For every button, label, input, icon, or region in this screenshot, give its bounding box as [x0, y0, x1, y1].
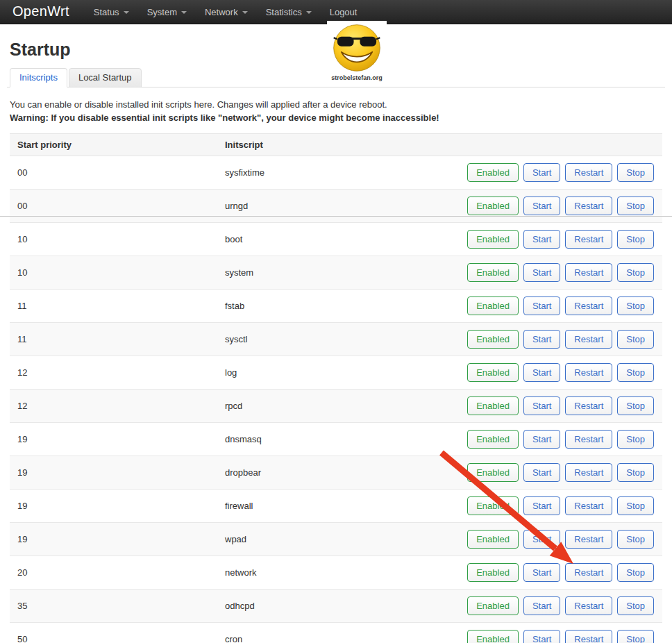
- sysfixtime-stop-button[interactable]: Stop: [617, 163, 654, 182]
- start-priority-value: 00: [10, 201, 225, 211]
- rpcd-enabled-button[interactable]: Enabled: [467, 396, 519, 415]
- sysctl-stop-button[interactable]: Stop: [617, 330, 654, 349]
- rpcd-stop-button[interactable]: Stop: [617, 396, 654, 415]
- dropbear-restart-button[interactable]: Restart: [565, 463, 612, 482]
- table-row-sysctl: 11 sysctl EnabledStartRestartStop: [10, 323, 662, 356]
- urngd-stop-button[interactable]: Stop: [617, 197, 654, 215]
- dropbear-enabled-button[interactable]: Enabled: [467, 463, 519, 482]
- row-actions: EnabledStartRestartStop: [467, 197, 662, 215]
- page-description: You can enable or disable installed init…: [10, 98, 662, 124]
- log-enabled-button[interactable]: Enabled: [467, 363, 519, 382]
- tab-local-startup[interactable]: Local Startup: [69, 68, 142, 87]
- cron-stop-button[interactable]: Stop: [617, 630, 654, 643]
- nav-menu: Status System Network Statistics Logout: [85, 0, 367, 24]
- chevron-down-icon: [242, 11, 248, 14]
- dnsmasq-start-button[interactable]: Start: [523, 430, 560, 449]
- dnsmasq-enabled-button[interactable]: Enabled: [467, 430, 519, 449]
- boot-start-button[interactable]: Start: [523, 230, 560, 249]
- system-stop-button[interactable]: Stop: [617, 263, 654, 282]
- dnsmasq-restart-button[interactable]: Restart: [565, 430, 612, 449]
- watermark-badge: strobelstefan.org: [327, 21, 387, 83]
- firewall-enabled-button[interactable]: Enabled: [467, 496, 519, 515]
- fstab-start-button[interactable]: Start: [523, 297, 560, 315]
- initscript-name: sysctl: [225, 334, 467, 344]
- start-priority-value: 12: [10, 401, 225, 411]
- dnsmasq-stop-button[interactable]: Stop: [617, 430, 654, 449]
- start-priority-value: 19: [10, 534, 225, 544]
- log-stop-button[interactable]: Stop: [617, 363, 654, 382]
- table-row-urngd: 00 urngd EnabledStartRestartStop: [10, 190, 662, 223]
- sysctl-restart-button[interactable]: Restart: [565, 330, 612, 349]
- wpad-enabled-button[interactable]: Enabled: [467, 530, 519, 549]
- start-priority-value: 50: [10, 634, 225, 643]
- initscript-name: dnsmasq: [225, 434, 467, 444]
- odhcpd-stop-button[interactable]: Stop: [617, 596, 654, 615]
- tab-initscripts[interactable]: Initscripts: [10, 68, 67, 87]
- firewall-restart-button[interactable]: Restart: [565, 496, 612, 515]
- sysfixtime-start-button[interactable]: Start: [523, 163, 560, 182]
- cron-enabled-button[interactable]: Enabled: [467, 630, 519, 643]
- row-actions: EnabledStartRestartStop: [467, 563, 662, 582]
- system-start-button[interactable]: Start: [523, 263, 560, 282]
- warning-text: Warning: If you disable essential init s…: [10, 111, 662, 124]
- odhcpd-restart-button[interactable]: Restart: [565, 596, 612, 615]
- initscript-name: log: [225, 367, 467, 378]
- fstab-restart-button[interactable]: Restart: [565, 297, 612, 315]
- boot-enabled-button[interactable]: Enabled: [467, 230, 519, 249]
- start-priority-value: 10: [10, 234, 225, 244]
- nav-item-logout[interactable]: Logout: [321, 0, 367, 24]
- table-row-system: 10 system EnabledStartRestartStop: [10, 256, 662, 290]
- table-row-firewall: 19 firewall EnabledStartRestartStop: [10, 490, 662, 523]
- start-priority-value: 19: [10, 434, 225, 444]
- nav-item-system[interactable]: System: [138, 0, 196, 24]
- nav-item-network[interactable]: Network: [196, 0, 257, 24]
- cron-restart-button[interactable]: Restart: [565, 630, 612, 643]
- network-start-button[interactable]: Start: [523, 563, 560, 582]
- row-actions: EnabledStartRestartStop: [467, 630, 662, 643]
- start-priority-value: 35: [10, 601, 225, 611]
- table-row-sysfixtime: 00 sysfixtime EnabledStartRestartStop: [10, 156, 662, 190]
- network-restart-button[interactable]: Restart: [565, 563, 612, 582]
- nav-item-statistics[interactable]: Statistics: [257, 0, 321, 24]
- system-restart-button[interactable]: Restart: [565, 263, 612, 282]
- log-restart-button[interactable]: Restart: [565, 363, 612, 382]
- dropbear-stop-button[interactable]: Stop: [617, 463, 654, 482]
- system-enabled-button[interactable]: Enabled: [467, 263, 519, 282]
- nav-item-status[interactable]: Status: [85, 0, 138, 24]
- boot-restart-button[interactable]: Restart: [565, 230, 612, 249]
- urngd-enabled-button[interactable]: Enabled: [467, 197, 519, 215]
- openwrt-brand[interactable]: OpenWrt: [0, 3, 85, 21]
- start-priority-value: 20: [10, 567, 225, 578]
- firewall-stop-button[interactable]: Stop: [617, 496, 654, 515]
- boot-stop-button[interactable]: Stop: [617, 230, 654, 249]
- fstab-enabled-button[interactable]: Enabled: [467, 297, 519, 315]
- rpcd-start-button[interactable]: Start: [523, 396, 560, 415]
- firewall-start-button[interactable]: Start: [523, 496, 560, 515]
- sysfixtime-restart-button[interactable]: Restart: [565, 163, 612, 182]
- fstab-stop-button[interactable]: Stop: [617, 297, 654, 315]
- watermark-text: strobelstefan.org: [331, 74, 383, 81]
- wpad-restart-button[interactable]: Restart: [565, 530, 612, 549]
- network-stop-button[interactable]: Stop: [617, 563, 654, 582]
- cron-start-button[interactable]: Start: [523, 630, 560, 643]
- row-actions: EnabledStartRestartStop: [467, 396, 662, 415]
- row-actions: EnabledStartRestartStop: [467, 596, 662, 615]
- sysfixtime-enabled-button[interactable]: Enabled: [467, 163, 519, 182]
- urngd-start-button[interactable]: Start: [523, 197, 560, 215]
- table-row-network: 20 network EnabledStartRestartStop: [10, 556, 662, 590]
- odhcpd-start-button[interactable]: Start: [523, 596, 560, 615]
- log-start-button[interactable]: Start: [523, 363, 560, 382]
- dropbear-start-button[interactable]: Start: [523, 463, 560, 482]
- description-text: You can enable or disable installed init…: [10, 98, 662, 111]
- chevron-down-icon: [306, 11, 312, 14]
- sysctl-start-button[interactable]: Start: [523, 330, 560, 349]
- sysctl-enabled-button[interactable]: Enabled: [467, 330, 519, 349]
- wpad-stop-button[interactable]: Stop: [617, 530, 654, 549]
- wpad-start-button[interactable]: Start: [523, 530, 560, 549]
- network-enabled-button[interactable]: Enabled: [467, 563, 519, 582]
- urngd-restart-button[interactable]: Restart: [565, 197, 612, 215]
- table-row-log: 12 log EnabledStartRestartStop: [10, 356, 662, 390]
- row-actions: EnabledStartRestartStop: [467, 230, 662, 249]
- odhcpd-enabled-button[interactable]: Enabled: [467, 596, 519, 615]
- rpcd-restart-button[interactable]: Restart: [565, 396, 612, 415]
